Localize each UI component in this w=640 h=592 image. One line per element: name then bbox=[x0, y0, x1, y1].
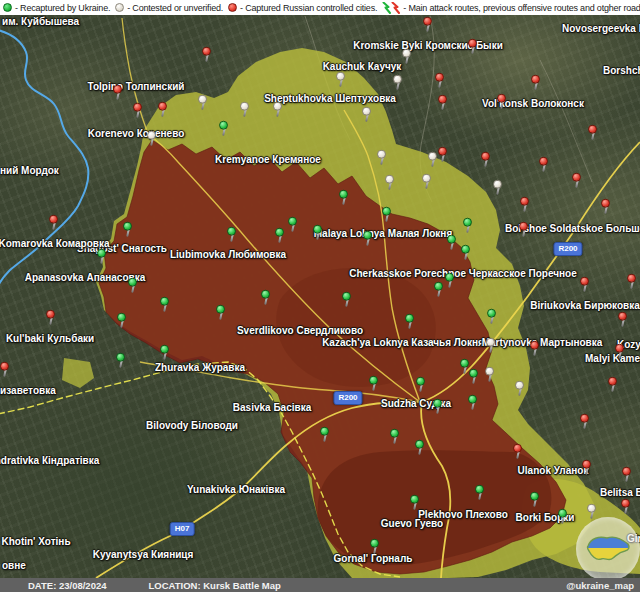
map-pin-green[interactable] bbox=[127, 278, 139, 295]
map-pin-red[interactable] bbox=[581, 460, 593, 477]
map-pin-green[interactable] bbox=[260, 290, 272, 307]
pin-head bbox=[410, 495, 419, 504]
map-pin-red[interactable] bbox=[529, 341, 541, 358]
map-pin-red[interactable] bbox=[626, 274, 638, 291]
map-pin-red[interactable] bbox=[480, 152, 492, 169]
map-pin-green[interactable] bbox=[474, 485, 486, 502]
map-pin-green[interactable] bbox=[319, 427, 331, 444]
pin-head bbox=[313, 225, 322, 234]
pin-head bbox=[469, 369, 478, 378]
map-pin-red[interactable] bbox=[617, 312, 629, 329]
map-pin-white[interactable] bbox=[485, 338, 497, 355]
map-pin-red[interactable] bbox=[614, 344, 626, 361]
map-pin-red[interactable] bbox=[600, 199, 612, 216]
map-pin-green[interactable] bbox=[389, 429, 401, 446]
map-pin-red[interactable] bbox=[579, 414, 591, 431]
map-pin-green[interactable] bbox=[122, 222, 134, 239]
map-pin-red[interactable] bbox=[132, 103, 144, 120]
map-pin-white[interactable] bbox=[427, 152, 439, 169]
map-pin-red[interactable] bbox=[48, 215, 60, 232]
pin-head bbox=[622, 467, 631, 476]
map-pin-red[interactable] bbox=[530, 75, 542, 92]
map-pin-red[interactable] bbox=[157, 102, 169, 119]
map-pin-white[interactable] bbox=[239, 102, 251, 119]
map-pin-white[interactable] bbox=[335, 72, 347, 89]
map-pin-green[interactable] bbox=[462, 218, 474, 235]
map-pin-red[interactable] bbox=[201, 47, 213, 64]
map-pin-green[interactable] bbox=[444, 273, 456, 290]
map-pin-white[interactable] bbox=[272, 102, 284, 119]
map-pin-red[interactable] bbox=[621, 467, 633, 484]
map-pin-red[interactable] bbox=[512, 444, 524, 461]
map-pin-green[interactable] bbox=[226, 227, 238, 244]
map-pin-green[interactable] bbox=[115, 353, 127, 370]
map-pin-red[interactable] bbox=[579, 277, 591, 294]
map-pin-green[interactable] bbox=[368, 376, 380, 393]
map-pin-green[interactable] bbox=[446, 235, 458, 252]
pin-head bbox=[582, 460, 591, 469]
map-pin-white[interactable] bbox=[392, 75, 404, 92]
map-pin-red[interactable] bbox=[571, 173, 583, 190]
map-pin-red[interactable] bbox=[519, 197, 531, 214]
map-pin-green[interactable] bbox=[432, 399, 444, 416]
pin-head bbox=[435, 73, 444, 82]
map-pin-green[interactable] bbox=[362, 231, 374, 248]
map-pin-red[interactable] bbox=[620, 499, 632, 516]
map-pin-red[interactable] bbox=[467, 39, 479, 56]
map-pin-green[interactable] bbox=[341, 292, 353, 309]
map-pin-green[interactable] bbox=[414, 440, 426, 457]
map-pin-red[interactable] bbox=[45, 310, 57, 327]
pin-head bbox=[320, 427, 329, 436]
legend-label: - Recaptured by Ukraine. bbox=[15, 3, 110, 13]
map-pin-green[interactable] bbox=[415, 377, 427, 394]
map-pin-green[interactable] bbox=[218, 121, 230, 138]
map-pin-green[interactable] bbox=[460, 245, 472, 262]
map-pin-green[interactable] bbox=[116, 313, 128, 330]
map-pin-red[interactable] bbox=[437, 95, 449, 112]
map-pin-green[interactable] bbox=[381, 207, 393, 224]
map-pin-green[interactable] bbox=[486, 309, 498, 326]
map-pin-red[interactable] bbox=[607, 377, 619, 394]
map-pin-green[interactable] bbox=[468, 369, 480, 386]
map-pin-white[interactable] bbox=[401, 49, 413, 66]
map-pin-red[interactable] bbox=[538, 157, 550, 174]
map-pin-white[interactable] bbox=[361, 107, 373, 124]
map-pin-green[interactable] bbox=[409, 495, 421, 512]
map-pin-green[interactable] bbox=[404, 314, 416, 331]
map-pin-green[interactable] bbox=[557, 509, 569, 526]
map-pin-green[interactable] bbox=[96, 249, 108, 266]
legend-label: - Main attack routes, previous offensive… bbox=[403, 3, 640, 13]
map-pin-white[interactable] bbox=[514, 381, 526, 398]
pin-head bbox=[202, 47, 211, 56]
map-pin-green[interactable] bbox=[159, 297, 171, 314]
map-pin-white[interactable] bbox=[384, 175, 396, 192]
map-pin-white[interactable] bbox=[376, 150, 388, 167]
map-pin-green[interactable] bbox=[369, 539, 381, 556]
map-pin-green[interactable] bbox=[159, 345, 171, 362]
map-pin-red[interactable] bbox=[587, 125, 599, 142]
pin-head bbox=[468, 39, 477, 48]
map-pin-white[interactable] bbox=[197, 95, 209, 112]
map-pin-white[interactable] bbox=[146, 131, 158, 148]
map-pin-red[interactable] bbox=[112, 85, 124, 102]
map-pin-red[interactable] bbox=[496, 94, 508, 111]
map-pin-green[interactable] bbox=[274, 228, 286, 245]
map-pin-green[interactable] bbox=[312, 225, 324, 242]
pin-head bbox=[434, 282, 443, 291]
map-pin-green[interactable] bbox=[215, 305, 227, 322]
pin-head bbox=[621, 499, 630, 508]
map-pin-red[interactable] bbox=[422, 17, 434, 34]
map-pin-green[interactable] bbox=[338, 190, 350, 207]
map-pin-green[interactable] bbox=[529, 492, 541, 509]
map-pin-red[interactable] bbox=[518, 222, 530, 239]
legend-label: - Contested or unverified. bbox=[127, 3, 223, 13]
map-pin-red[interactable] bbox=[434, 73, 446, 90]
map-pin-white[interactable] bbox=[492, 180, 504, 197]
dot-gray-icon bbox=[115, 3, 124, 12]
map-pin-green[interactable] bbox=[287, 217, 299, 234]
map-pin-green[interactable] bbox=[467, 395, 479, 412]
map-pin-white[interactable] bbox=[484, 367, 496, 384]
map-pin-white[interactable] bbox=[421, 174, 433, 191]
map-pin-red[interactable] bbox=[0, 362, 11, 379]
legend-item: - Recaptured by Ukraine. bbox=[3, 3, 110, 13]
